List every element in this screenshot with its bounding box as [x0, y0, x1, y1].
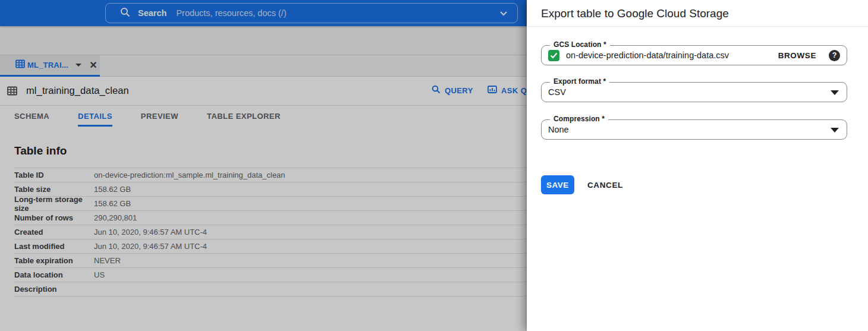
compression-label: Compression * — [550, 115, 608, 123]
dropdown-caret-icon — [831, 128, 839, 133]
export-format-select[interactable]: Export format * CSV — [541, 82, 847, 102]
browse-button[interactable]: BROWSE — [778, 51, 816, 60]
dialog-actions: SAVE CANCEL — [541, 175, 847, 194]
valid-checkbox-icon[interactable] — [548, 50, 559, 61]
dropdown-caret-icon — [831, 90, 839, 95]
dialog-title: Export table to Google Cloud Storage — [527, 0, 868, 27]
save-button[interactable]: SAVE — [541, 175, 574, 194]
modal-scrim[interactable] — [0, 0, 527, 331]
gcs-location-field[interactable]: GCS Location * on-device-prediction-data… — [541, 45, 847, 65]
export-format-value: CSV — [548, 87, 566, 97]
compression-select[interactable]: Compression * None — [541, 119, 847, 140]
cancel-button[interactable]: CANCEL — [587, 181, 623, 190]
gcs-location-value[interactable]: on-device-prediction-data/training-data.… — [566, 51, 778, 60]
help-icon[interactable]: ? — [829, 50, 840, 61]
compression-value: None — [548, 125, 569, 134]
screen: Search Products, resources, docs (/) — [0, 0, 868, 331]
export-dialog: Export table to Google Cloud Storage GCS… — [527, 0, 868, 331]
dialog-body: GCS Location * on-device-prediction-data… — [527, 45, 868, 194]
gcs-location-label: GCS Location * — [550, 40, 610, 49]
export-format-label: Export format * — [550, 77, 609, 86]
